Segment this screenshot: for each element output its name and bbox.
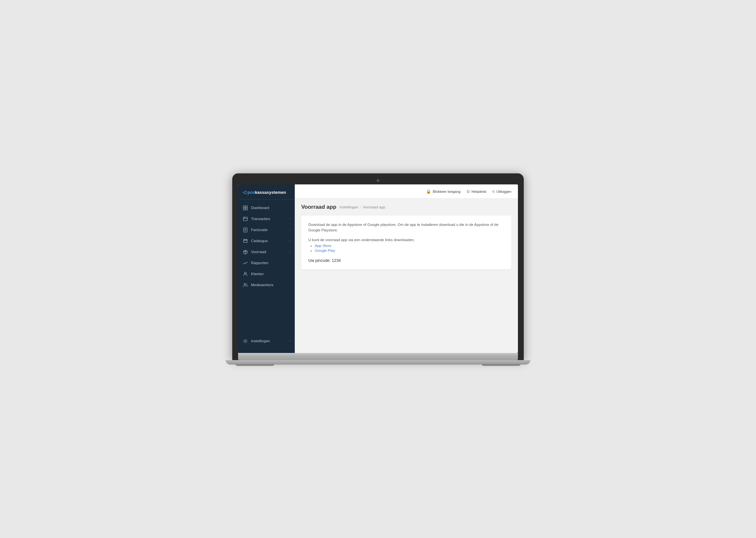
laptop-foot-left [235, 364, 274, 366]
laptop-base [226, 360, 530, 365]
sidebar-logo: ◁ poskassasystemen [238, 185, 295, 200]
main-content: 🔒 Blokkeer toegang ⊙ Helpdesk ⎋ Uitlogge… [295, 185, 518, 353]
sidebar-item-label: Medewerkers [251, 283, 273, 287]
sidebar-item-voorraad[interactable]: Voorraad › [238, 246, 295, 257]
download-links-list: App Store Google Play [315, 244, 504, 252]
svg-point-14 [245, 340, 246, 342]
sidebar-item-dashboard[interactable]: Dashboard [238, 202, 295, 213]
helpdesk-label: Helpdesk [472, 189, 487, 193]
logo-pos: pos [248, 190, 255, 195]
chevron-right-icon: › [289, 239, 290, 242]
breadcrumb-parent: Instellingen [340, 205, 358, 209]
helpdesk-icon: ⊙ [466, 189, 470, 194]
klanten-icon [243, 271, 248, 277]
chevron-right-icon: › [289, 339, 290, 343]
sidebar-item-medewerkers[interactable]: Medewerkers [238, 279, 295, 291]
breadcrumb-current: Voorraad app [363, 205, 385, 209]
pincode-label: Uw pincode: 1234 [308, 258, 341, 263]
laptop-wrapper: ◁ poskassasystemen Dashboard [232, 173, 524, 365]
download-section: U kunt de voorraad app via een onderstaa… [308, 238, 504, 252]
svg-rect-0 [243, 205, 245, 207]
list-item: App Store [315, 244, 504, 247]
page-header: Voorraad app Instellingen › Voorraad app [301, 204, 511, 210]
chevron-right-icon: › [289, 217, 290, 220]
logout-icon: ⎋ [492, 189, 495, 194]
breadcrumb-separator: › [360, 205, 361, 209]
sidebar-item-rapporten[interactable]: Rapporten [238, 257, 295, 268]
page-title: Voorraad app [301, 204, 336, 210]
sidebar: ◁ poskassasystemen Dashboard [238, 185, 295, 353]
logo-arrow-icon: ◁ [243, 189, 246, 195]
facturatie-icon [243, 227, 248, 232]
blokkeer-toegang-button[interactable]: 🔒 Blokkeer toegang [426, 189, 461, 194]
sidebar-item-klanten[interactable]: Klanten [238, 268, 295, 279]
screen: ◁ poskassasystemen Dashboard [238, 185, 518, 353]
medewerkers-icon [243, 282, 248, 288]
svg-point-13 [244, 283, 246, 285]
logo-text: ◁ poskassasystemen [243, 189, 290, 195]
logo-brand: poskassasystemen [248, 190, 286, 195]
instellingen-icon [243, 338, 248, 344]
sidebar-item-label: Klanten [251, 272, 264, 276]
svg-rect-2 [243, 208, 245, 210]
sidebar-item-transacties[interactable]: Transacties › [238, 213, 295, 224]
screen-bezel: ◁ poskassasystemen Dashboard [232, 173, 524, 360]
svg-point-12 [244, 272, 246, 274]
lock-icon: 🔒 [426, 189, 431, 194]
download-intro: U kunt de voorraad app via een onderstaa… [308, 238, 415, 242]
svg-rect-4 [243, 217, 247, 220]
sidebar-item-label: Dashboard [251, 206, 269, 210]
webcam [377, 179, 379, 182]
laptop-foot-right [482, 364, 521, 366]
google-play-link[interactable]: Google Play [315, 248, 335, 252]
uitloggen-button[interactable]: ⎋ Uitloggen [492, 189, 511, 194]
sidebar-item-label: Rapporten [251, 261, 268, 265]
dashboard-icon [243, 205, 248, 210]
breadcrumb: Instellingen › Voorraad app [340, 205, 385, 209]
sidebar-item-label: Facturatie [251, 228, 267, 232]
pincode-section: Uw pincode: 1234 [308, 258, 504, 263]
sidebar-item-label: Instellingen [251, 339, 270, 343]
uitloggen-label: Uitloggen [496, 189, 511, 193]
list-item: Google Play [315, 248, 504, 252]
sidebar-item-label: Voorraad [251, 250, 266, 254]
sidebar-item-facturatie[interactable]: Facturatie › [238, 224, 295, 235]
app-store-link[interactable]: App Store [315, 244, 331, 247]
content-card: Download de app in de Appstore of Google… [301, 216, 511, 269]
svg-rect-3 [246, 208, 248, 210]
chevron-right-icon: › [289, 228, 290, 232]
laptop-bottom-bezel [238, 353, 518, 360]
page-area: Voorraad app Instellingen › Voorraad app… [295, 199, 518, 353]
card-description: Download de app in de Appstore of Google… [308, 222, 504, 233]
helpdesk-button[interactable]: ⊙ Helpdesk [466, 189, 487, 194]
catalogus-icon [243, 238, 248, 243]
sidebar-item-label: Transacties [251, 217, 270, 221]
rapporten-icon [243, 260, 248, 265]
sidebar-item-instellingen[interactable]: Instellingen › [238, 336, 295, 347]
sidebar-item-label: Catalogus [251, 239, 268, 243]
blokkeer-label: Blokkeer toegang [433, 189, 461, 193]
voorraad-icon [243, 249, 248, 254]
svg-rect-1 [246, 205, 248, 207]
chevron-right-icon: › [289, 250, 290, 253]
sidebar-item-catalogus[interactable]: Catalogus › [238, 235, 295, 246]
transacties-icon [243, 216, 248, 221]
topbar: 🔒 Blokkeer toegang ⊙ Helpdesk ⎋ Uitlogge… [295, 185, 518, 199]
